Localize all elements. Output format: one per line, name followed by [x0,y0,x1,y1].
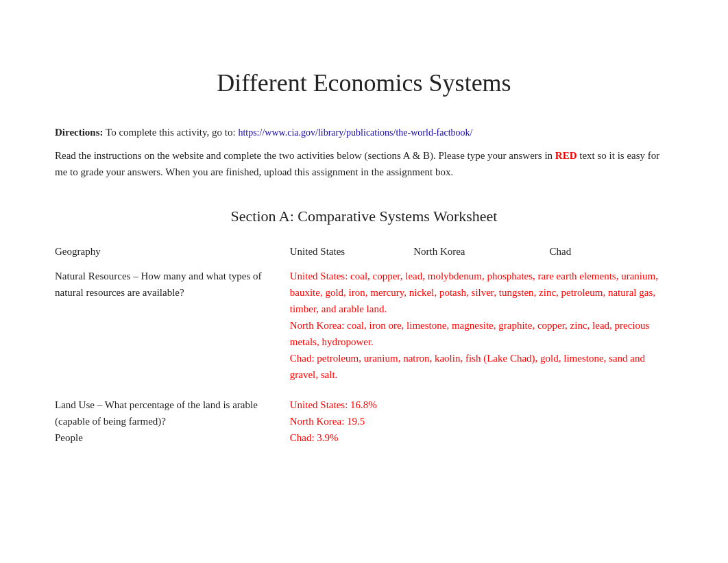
row1-label: Natural Resources – How many and what ty… [55,264,290,393]
row1-answers: United States: coal, copper, lead, molyb… [290,264,673,393]
row2-answer-us: United States: 16.8% [290,399,377,410]
section-title: Section A: Comparative Systems Worksheet [55,208,673,225]
row1-answer-nk: North Korea: coal, iron ore, limestone, … [290,320,650,347]
worksheet-table: Geography United States North Korea Chad… [55,246,673,456]
row1-answer-chad: Chad: petroleum, uranium, natron, kaolin… [290,353,645,380]
header-us: United States [290,246,413,264]
read-instructions-part1: Read the instructions on the website and… [55,150,555,161]
row1-answer-us: United States: coal, copper, lead, molyb… [290,271,658,314]
table-row: Natural Resources – How many and what ty… [55,264,673,393]
header-chad: Chad [550,246,673,264]
directions-link[interactable]: https://www.cia.gov/library/publications… [238,127,472,138]
page-title: Different Economics Systems [55,68,673,97]
red-emphasis: RED [555,150,577,161]
directions-label: Directions: [55,127,104,138]
row2-answer-chad: Chad: 3.9% [290,432,339,443]
row2-answer-nk: North Korea: 19.5 [290,416,365,427]
directions-text: To complete this activity, go to: [106,127,238,138]
header-nk: North Korea [413,246,549,264]
read-instructions: Read the instructions on the website and… [55,147,673,180]
table-row: Land Use – What percentage of the land i… [55,393,673,456]
directions-line: Directions: To complete this activity, g… [55,125,673,140]
table-header-row: Geography United States North Korea Chad [55,246,673,264]
row2-label: Land Use – What percentage of the land i… [55,393,290,456]
row2-answers: United States: 16.8% North Korea: 19.5 C… [290,393,673,456]
header-label: Geography [55,246,290,264]
